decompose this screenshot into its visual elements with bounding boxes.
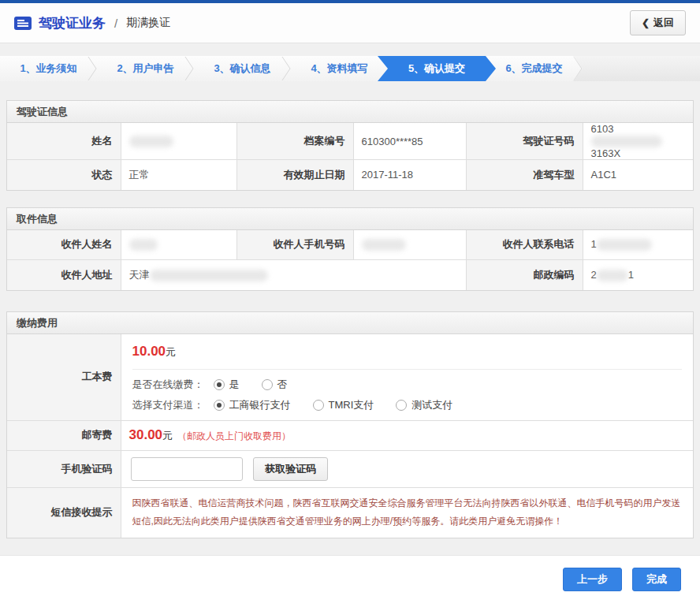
action-footer: 上一步 完成 bbox=[0, 555, 700, 596]
step-2-user-declaration[interactable]: 2、用户申告 bbox=[97, 56, 194, 81]
step-1-business-notice[interactable]: 1、业务须知 bbox=[0, 56, 97, 81]
radio-label: 测试支付 bbox=[411, 398, 452, 412]
postal-code-value: 21 bbox=[583, 260, 693, 290]
production-fee-label: 工本费 bbox=[7, 334, 121, 421]
online-payment-question: 是否在线缴费： bbox=[132, 378, 204, 392]
previous-step-button[interactable]: 上一步 bbox=[563, 568, 622, 591]
table-row: 状态 正常 有效期止日期 2017-11-18 准驾车型 A1C1 bbox=[7, 160, 693, 190]
step-separator-icon bbox=[88, 56, 97, 91]
step-label: 6、完成提交 bbox=[505, 62, 562, 74]
section-title-pickup: 取件信息 bbox=[7, 208, 693, 230]
fees-section: 缴纳费用 工本费 10.00元 是否在线缴费： 是 否 bbox=[6, 311, 694, 538]
address-label: 收件人地址 bbox=[7, 260, 121, 290]
step-label: 3、确认信息 bbox=[214, 62, 270, 74]
step-label: 1、业务须知 bbox=[20, 62, 76, 74]
postage-fee-label: 邮寄费 bbox=[7, 420, 121, 450]
license-info-table: 姓名 档案编号 610300****85 驾驶证号码 6103 3163X 状态… bbox=[7, 123, 693, 190]
radio-option-icbc[interactable]: 工商银行支付 bbox=[214, 398, 291, 412]
file-no-label: 档案编号 bbox=[236, 123, 353, 160]
name-label: 姓名 bbox=[7, 123, 121, 160]
address-value: 天津 bbox=[121, 260, 466, 290]
page-header: 驾驶证业务 / 期满换证 ❮ 返回 bbox=[0, 3, 700, 43]
production-fee-amount: 10.00 bbox=[132, 344, 166, 359]
back-button[interactable]: ❮ 返回 bbox=[630, 10, 686, 35]
sms-code-cell: 获取验证码 bbox=[121, 450, 693, 488]
back-button-label: 返回 bbox=[653, 16, 674, 30]
radio-label: 否 bbox=[277, 378, 288, 392]
page-title: 驾驶证业务 bbox=[39, 14, 106, 32]
status-label: 状态 bbox=[7, 160, 121, 190]
step-3-confirm-info[interactable]: 3、确认信息 bbox=[194, 56, 291, 81]
table-row: 收件人地址 天津 邮政编码 21 bbox=[7, 260, 693, 290]
recipient-phone-prefix: 1 bbox=[591, 238, 597, 250]
postage-fee-amount: 30.00 bbox=[129, 427, 163, 442]
breadcrumb-current: 期满换证 bbox=[126, 16, 170, 30]
chevron-left-icon: ❮ bbox=[642, 17, 650, 28]
radio-option-test[interactable]: 测试支付 bbox=[396, 398, 452, 412]
postage-fee-unit: 元 bbox=[162, 430, 173, 441]
step-separator-icon bbox=[281, 56, 291, 91]
radio-icon[interactable] bbox=[214, 400, 225, 411]
redacted-recipient-phone bbox=[597, 239, 652, 251]
address-prefix: 天津 bbox=[129, 269, 150, 281]
redacted-recipient-name bbox=[129, 239, 158, 251]
production-fee-unit: 元 bbox=[166, 346, 176, 358]
table-row: 姓名 档案编号 610300****85 驾驶证号码 6103 3163X bbox=[7, 123, 693, 160]
recipient-mobile-label: 收件人手机号码 bbox=[236, 230, 353, 260]
step-label: 4、资料填写 bbox=[311, 62, 367, 74]
license-business-icon bbox=[14, 17, 32, 30]
get-code-button[interactable]: 获取验证码 bbox=[253, 457, 328, 481]
license-no-suffix: 3163X bbox=[591, 147, 621, 159]
redacted-address bbox=[150, 270, 268, 281]
redacted-license-no bbox=[591, 136, 662, 147]
step-5-confirm-submit[interactable]: 5、确认提交 bbox=[378, 56, 496, 81]
table-row: 短信接收提示 因陕西省联通、电信运营商技术问题，陕西省互联网交通安全综合服务管理… bbox=[7, 488, 693, 538]
payment-channel-row: 选择支付渠道： 工商银行支付 TMRI支付 测试支付 bbox=[132, 398, 683, 412]
recipient-mobile-value bbox=[353, 230, 466, 260]
license-no-value: 6103 3163X bbox=[583, 123, 693, 160]
step-label: 2、用户申告 bbox=[117, 62, 173, 74]
pickup-info-section: 取件信息 收件人姓名 收件人手机号码 收件人联系电话 1 收件人地址 天津 邮政… bbox=[6, 207, 694, 291]
radio-icon[interactable] bbox=[313, 400, 324, 411]
sms-notice-cell: 因陕西省联通、电信运营商技术问题，陕西省互联网交通安全综合服务管理平台无法向持陕… bbox=[121, 488, 693, 538]
step-4-fill-material[interactable]: 4、资料填写 bbox=[291, 56, 388, 81]
redacted-name bbox=[129, 136, 173, 147]
redacted-recipient-mobile bbox=[362, 239, 406, 251]
vehicle-class-value: A1C1 bbox=[583, 160, 693, 190]
table-row: 手机验证码 获取验证码 bbox=[7, 450, 693, 488]
radio-option-yes[interactable]: 是 bbox=[214, 378, 240, 392]
divider bbox=[132, 369, 683, 370]
sms-code-input[interactable] bbox=[131, 457, 243, 481]
radio-icon[interactable] bbox=[396, 400, 407, 411]
step-label: 5、确认提交 bbox=[408, 62, 465, 74]
step-separator-icon bbox=[184, 56, 194, 91]
radio-label: 工商银行支付 bbox=[229, 398, 291, 412]
production-fee-value: 10.00元 是否在线缴费： 是 否 选择支付渠道： bbox=[121, 334, 693, 421]
postal-suffix: 1 bbox=[628, 269, 634, 281]
postage-fee-value: 30.00元（邮政人员上门收取费用） bbox=[121, 420, 693, 450]
radio-option-tmri[interactable]: TMRI支付 bbox=[313, 398, 374, 412]
radio-icon[interactable] bbox=[262, 379, 273, 390]
redacted-postal bbox=[597, 270, 628, 281]
license-no-label: 驾驶证号码 bbox=[466, 123, 583, 160]
vehicle-class-label: 准驾车型 bbox=[466, 160, 583, 190]
table-row: 收件人姓名 收件人手机号码 收件人联系电话 1 bbox=[7, 230, 693, 260]
radio-option-no[interactable]: 否 bbox=[262, 378, 288, 392]
section-title-license: 驾驶证信息 bbox=[7, 101, 693, 123]
pickup-info-table: 收件人姓名 收件人手机号码 收件人联系电话 1 收件人地址 天津 邮政编码 21 bbox=[7, 230, 693, 290]
payment-channel-question: 选择支付渠道： bbox=[132, 398, 204, 412]
finish-button[interactable]: 完成 bbox=[632, 568, 681, 591]
step-6-finish-submit[interactable]: 6、完成提交 bbox=[486, 56, 583, 81]
sms-notice-text: 因陕西省联通、电信运营商技术问题，陕西省互联网交通安全综合服务管理平台无法向持陕… bbox=[132, 494, 683, 531]
step-progress-bar: 1、业务须知 2、用户申告 3、确认信息 4、资料填写 5、确认提交 6、完成提… bbox=[0, 56, 700, 81]
name-value bbox=[121, 123, 236, 160]
online-payment-row: 是否在线缴费： 是 否 bbox=[132, 378, 683, 392]
production-fee-amount-line: 10.00元 bbox=[132, 344, 683, 359]
radio-label: TMRI支付 bbox=[329, 398, 374, 412]
recipient-phone-label: 收件人联系电话 bbox=[466, 230, 583, 260]
table-row: 邮寄费 30.00元（邮政人员上门收取费用） bbox=[7, 420, 693, 450]
step-bar-filler bbox=[573, 56, 700, 81]
recipient-name-value bbox=[121, 230, 236, 260]
sms-code-label: 手机验证码 bbox=[7, 450, 121, 488]
radio-icon[interactable] bbox=[214, 379, 225, 390]
